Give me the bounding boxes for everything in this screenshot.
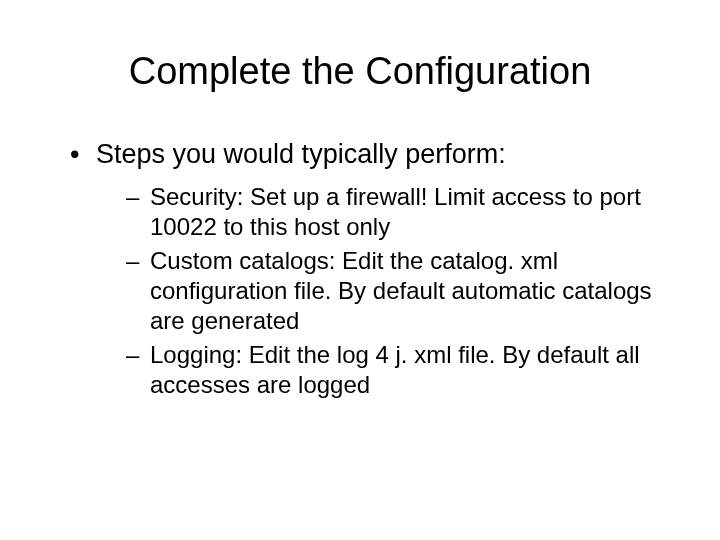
list-item-text: Security: Set up a firewall! Limit acces… (150, 183, 641, 240)
list-item: Logging: Edit the log 4 j. xml file. By … (126, 340, 670, 400)
slide-title: Complete the Configuration (50, 50, 670, 93)
slide: Complete the Configuration Steps you wou… (0, 0, 720, 540)
list-item-text: Custom catalogs: Edit the catalog. xml c… (150, 247, 652, 334)
sub-bullet-list: Security: Set up a firewall! Limit acces… (126, 182, 670, 400)
list-item-text: Logging: Edit the log 4 j. xml file. By … (150, 341, 640, 398)
list-item: Steps you would typically perform: Secur… (70, 138, 670, 400)
list-item-text: Steps you would typically perform: (96, 139, 506, 169)
list-item: Custom catalogs: Edit the catalog. xml c… (126, 246, 670, 336)
bullet-list: Steps you would typically perform: Secur… (70, 138, 670, 400)
list-item: Security: Set up a firewall! Limit acces… (126, 182, 670, 242)
